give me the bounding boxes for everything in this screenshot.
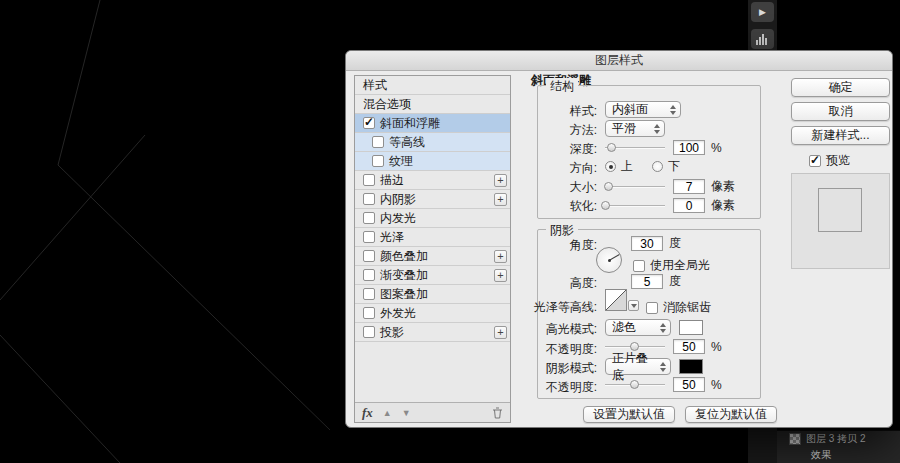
depth-slider[interactable]	[605, 140, 665, 155]
soften-label: 软化:	[570, 198, 597, 215]
shadow-color-swatch[interactable]	[679, 359, 703, 374]
popup-arrows-icon	[649, 124, 660, 134]
size-slider-thumb[interactable]	[604, 182, 613, 191]
size-slider[interactable]	[605, 179, 665, 194]
angle-input[interactable]	[631, 236, 663, 251]
highlight-opacity-input[interactable]	[673, 339, 705, 354]
style-item-styles[interactable]: 样式	[355, 76, 510, 95]
angle-dial[interactable]	[596, 247, 622, 273]
stroke-checkbox[interactable]	[363, 174, 375, 186]
bevel-style-dropdown[interactable]: 内斜面	[605, 101, 681, 118]
preview-shape	[818, 188, 862, 232]
preview-label: 预览	[826, 152, 850, 169]
shadow-mode-dropdown[interactable]: 正片叠底	[605, 358, 671, 375]
direction-down-radio[interactable]	[652, 161, 663, 172]
move-down-icon[interactable]: ▼	[402, 408, 411, 418]
popup-arrows-icon	[655, 362, 666, 372]
style-item-pattern-overlay[interactable]: 图案叠加	[355, 285, 510, 304]
shadow-opacity-slider[interactable]	[605, 377, 665, 392]
style-item-gradient-overlay[interactable]: 渐变叠加 +	[355, 266, 510, 285]
make-default-button[interactable]: 设置为默认值	[583, 406, 675, 423]
technique-label: 方法:	[570, 122, 597, 139]
style-item-stroke[interactable]: 描边 +	[355, 171, 510, 190]
layer-style-dialog: 图层样式 样式 混合选项 斜面和浮雕 等高线 纹理	[345, 50, 893, 428]
pattern-overlay-checkbox[interactable]	[363, 288, 375, 300]
shadow-opacity-label: 不透明度:	[546, 379, 597, 396]
style-item-color-overlay[interactable]: 颜色叠加 +	[355, 247, 510, 266]
add-color-overlay-button[interactable]: +	[494, 250, 507, 263]
preview-checkbox[interactable]	[809, 155, 821, 167]
outer-glow-checkbox[interactable]	[363, 307, 375, 319]
new-style-button[interactable]: 新建样式...	[791, 126, 890, 145]
antialias-label: 消除锯齿	[663, 299, 711, 316]
bevel-emboss-checkbox[interactable]	[363, 117, 375, 129]
style-item-drop-shadow[interactable]: 投影 +	[355, 323, 510, 342]
drop-shadow-checkbox[interactable]	[363, 326, 375, 338]
bevel-style-value: 内斜面	[612, 101, 648, 118]
fx-icon[interactable]: fx	[362, 405, 373, 421]
dialog-titlebar[interactable]: 图层样式	[346, 51, 892, 71]
reset-default-button[interactable]: 复位为默认值	[685, 406, 777, 423]
style-item-outer-glow[interactable]: 外发光	[355, 304, 510, 323]
add-gradient-overlay-button[interactable]: +	[494, 269, 507, 282]
highlight-opacity-unit: %	[711, 340, 722, 354]
histogram-panel-icon[interactable]	[751, 29, 774, 49]
texture-checkbox[interactable]	[372, 155, 384, 167]
direction-down-label: 下	[668, 158, 680, 175]
direction-up-radio[interactable]	[605, 161, 616, 172]
soften-input[interactable]	[673, 198, 705, 213]
layer-thumbnail[interactable]	[789, 433, 801, 445]
item-label: 投影	[380, 324, 404, 341]
add-drop-shadow-button[interactable]: +	[494, 326, 507, 339]
popup-arrows-icon	[665, 105, 676, 115]
depth-slider-thumb[interactable]	[607, 143, 616, 152]
layer-effects-row[interactable]: 效果	[777, 447, 900, 463]
shadow-opacity-unit: %	[711, 378, 722, 392]
contour-checkbox[interactable]	[372, 136, 384, 148]
layer-row[interactable]: 图层 3 拷贝 2	[777, 431, 900, 447]
item-label: 颜色叠加	[380, 248, 428, 265]
play-icon[interactable]: ▶	[751, 2, 774, 22]
style-item-texture[interactable]: 纹理	[355, 152, 510, 171]
add-stroke-button[interactable]: +	[494, 174, 507, 187]
style-item-contour[interactable]: 等高线	[355, 133, 510, 152]
highlight-mode-dropdown[interactable]: 滤色	[605, 319, 671, 336]
move-up-icon[interactable]: ▲	[383, 408, 392, 418]
ok-button[interactable]: 确定	[791, 78, 890, 97]
item-label: 光泽	[380, 229, 404, 246]
technique-dropdown[interactable]: 平滑	[605, 120, 665, 137]
gradient-overlay-checkbox[interactable]	[363, 269, 375, 281]
style-item-bevel-emboss[interactable]: 斜面和浮雕	[355, 114, 510, 133]
altitude-unit: 度	[669, 273, 681, 290]
popup-arrows-icon	[655, 323, 666, 333]
cancel-button[interactable]: 取消	[791, 102, 890, 121]
histogram-icon	[756, 34, 769, 45]
style-item-inner-glow[interactable]: 内发光	[355, 209, 510, 228]
depth-unit: %	[711, 141, 722, 155]
satin-checkbox[interactable]	[363, 231, 375, 243]
altitude-input[interactable]	[631, 274, 663, 289]
direction-up-label: 上	[621, 158, 633, 175]
size-input[interactable]	[673, 179, 705, 194]
color-overlay-checkbox[interactable]	[363, 250, 375, 262]
inner-shadow-checkbox[interactable]	[363, 193, 375, 205]
depth-input[interactable]	[673, 140, 705, 155]
global-light-checkbox[interactable]	[633, 260, 645, 272]
gloss-contour-thumbnail[interactable]	[605, 289, 627, 311]
item-label: 渐变叠加	[380, 267, 428, 284]
inner-glow-checkbox[interactable]	[363, 212, 375, 224]
highlight-color-swatch[interactable]	[679, 320, 703, 335]
highlight-opacity-label: 不透明度:	[546, 341, 597, 358]
style-item-satin[interactable]: 光泽	[355, 228, 510, 247]
antialias-checkbox[interactable]	[646, 302, 658, 314]
soften-slider[interactable]	[605, 198, 665, 213]
add-inner-shadow-button[interactable]: +	[494, 193, 507, 206]
style-item-blending-options[interactable]: 混合选项	[355, 95, 510, 114]
soften-slider-thumb[interactable]	[601, 201, 610, 210]
shadow-opacity-input[interactable]	[673, 377, 705, 392]
trash-icon[interactable]	[492, 407, 503, 419]
contour-picker-arrow[interactable]	[628, 300, 639, 311]
contour-curve-icon	[606, 290, 626, 310]
shadow-opacity-thumb[interactable]	[630, 380, 639, 389]
style-item-inner-shadow[interactable]: 内阴影 +	[355, 190, 510, 209]
